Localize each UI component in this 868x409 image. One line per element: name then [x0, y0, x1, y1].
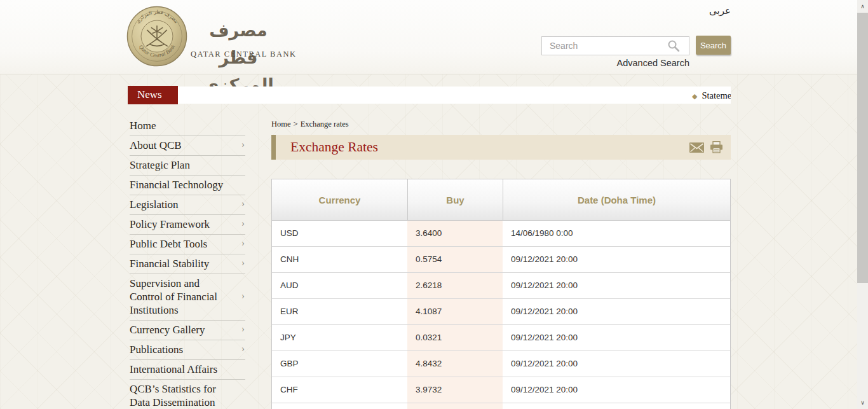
sidebar-nav: Home About QCB› Strategic Plan Financial…	[130, 116, 245, 409]
sidebar-item-supervision[interactable]: Supervision and Control of Financial Ins…	[130, 274, 245, 321]
date-cell: 09/12/2021 20:00	[503, 247, 730, 272]
buy-cell: 2.6218	[407, 273, 503, 298]
sidebar-item-label: QCB’s Statistics for Data Dissemination …	[130, 383, 216, 409]
sidebar-item-label: International Affairs	[130, 363, 217, 375]
sidebar-item-label: About QCB	[130, 139, 182, 151]
news-ticker-text: Statement	[702, 90, 731, 101]
news-ticker: ◆Statement	[178, 87, 731, 104]
qcb-seal-icon: Qatar Central Bank مصرف قطر المركزي	[126, 6, 187, 67]
news-bar-label: News	[128, 86, 178, 104]
sidebar-item-international-affairs[interactable]: International Affairs	[130, 360, 245, 380]
sidebar-item-label: Policy Framework	[130, 218, 210, 230]
sidebar-item-label: Legislation	[130, 198, 178, 211]
date-cell: 14/06/1980 0:00	[503, 221, 730, 246]
sidebar-item-label: Publications	[130, 343, 183, 356]
table-row: USD 3.6400 14/06/1980 0:00	[272, 221, 730, 247]
table-row: AUD 2.6218 09/12/2021 20:00	[272, 273, 730, 299]
site-header: Qatar Central Bank مصرف قطر المركزي مصرف…	[0, 0, 868, 74]
diamond-bullet-icon: ◆	[692, 92, 697, 100]
date-cell: 09/12/2021 20:00	[503, 377, 730, 403]
scroll-down-arrow-icon[interactable]: ∨	[857, 396, 868, 409]
sidebar-item-legislation[interactable]: Legislation›	[130, 195, 245, 215]
sidebar-item-public-debt-tools[interactable]: Public Debt Tools›	[130, 235, 245, 254]
buy-cell: 4.1087	[407, 299, 503, 324]
table-row: EUR 4.1087 09/12/2021 20:00	[272, 299, 730, 325]
table-row: GBP 4.8432 09/12/2021 20:00	[272, 351, 730, 377]
currency-cell: GBP	[272, 351, 407, 377]
buy-cell: 3.9732	[407, 377, 503, 403]
sidebar-item-currency-gallery[interactable]: Currency Gallery›	[130, 321, 245, 340]
sidebar-item-policy-framework[interactable]: Policy Framework›	[130, 215, 245, 235]
sidebar-item-financial-technology[interactable]: Financial Technology	[130, 176, 245, 195]
search-button[interactable]: Search	[696, 36, 731, 55]
currency-cell: USD	[272, 221, 407, 246]
table-row: CHF 3.9732 09/12/2021 20:00	[272, 377, 730, 403]
chevron-right-icon: ›	[241, 237, 245, 250]
chevron-right-icon: ›	[241, 342, 245, 356]
qcb-seal-logo[interactable]: Qatar Central Bank مصرف قطر المركزي	[126, 6, 187, 67]
sidebar-item-label: Currency Gallery	[130, 324, 205, 336]
sidebar-item-publications[interactable]: Publications›	[130, 340, 245, 360]
sidebar-item-about-qcb[interactable]: About QCB›	[130, 136, 245, 156]
scrollbar-thumb[interactable]	[857, 13, 868, 283]
breadcrumb-separator: >	[294, 120, 298, 128]
bank-name-text: QATAR CENTRAL BANK	[191, 50, 292, 59]
vertical-scrollbar[interactable]: ∧ ∨	[857, 0, 868, 409]
date-cell: 09/12/2021 20:00	[503, 351, 730, 377]
breadcrumb: Home>Exchange rates	[271, 120, 349, 129]
table-header-row: Currency Buy Date (Doha Time)	[272, 179, 730, 221]
buy-cell: 3.6400	[407, 221, 503, 246]
printer-icon[interactable]	[710, 141, 723, 153]
page-title: Exchange Rates	[290, 135, 378, 160]
email-icon[interactable]	[689, 142, 704, 153]
chevron-right-icon: ›	[241, 217, 245, 230]
chevron-right-icon: ›	[241, 256, 245, 270]
sidebar-item-qcb-statistics[interactable]: QCB’s Statistics for Data Dissemination …	[130, 380, 245, 409]
buy-cell: 4.8432	[407, 351, 503, 377]
sidebar-item-label: Public Debt Tools	[130, 238, 207, 250]
buy-cell: 0.5754	[407, 247, 503, 272]
sidebar-item-home[interactable]: Home	[130, 116, 245, 136]
date-cell: 09/12/2021 20:00	[503, 273, 730, 298]
column-header-date: Date (Doha Time)	[503, 179, 730, 220]
column-header-buy: Buy	[407, 179, 503, 220]
arabic-language-link[interactable]: عربى	[709, 5, 731, 17]
sidebar-item-strategic-plan[interactable]: Strategic Plan	[130, 156, 245, 176]
chevron-right-icon: ›	[241, 138, 245, 151]
table-row: JPY 0.0321 09/12/2021 20:00	[272, 325, 730, 351]
page-title-bar: Exchange Rates	[271, 135, 731, 160]
sidebar-item-label: Supervision and Control of Financial Ins…	[130, 277, 217, 316]
date-cell: 09/12/2021 20:00	[503, 299, 730, 324]
date-cell: 09/12/2021 20:00	[503, 325, 730, 350]
scroll-up-arrow-icon[interactable]: ∧	[857, 0, 868, 13]
sidebar-item-label: Financial Technology	[130, 179, 223, 191]
currency-cell: CNH	[272, 247, 407, 272]
advanced-search-link[interactable]: Advanced Search	[617, 58, 689, 68]
breadcrumb-home[interactable]: Home	[271, 120, 291, 128]
column-header-currency: Currency	[272, 179, 407, 220]
magnifier-icon[interactable]	[667, 39, 680, 52]
table-row: CNH 0.5754 09/12/2021 20:00	[272, 247, 730, 273]
news-ticker-item[interactable]: ◆Statement	[692, 87, 731, 104]
chevron-right-icon: ›	[241, 289, 245, 303]
buy-cell: 0.0321	[407, 325, 503, 350]
sidebar-item-label: Strategic Plan	[130, 159, 190, 171]
currency-cell: EUR	[272, 299, 407, 324]
exchange-rates-table: Currency Buy Date (Doha Time) USD 3.6400…	[271, 179, 731, 409]
chevron-right-icon: ›	[241, 197, 245, 211]
currency-cell: CHF	[272, 377, 407, 403]
chevron-right-icon: ›	[241, 322, 245, 336]
currency-cell: JPY	[272, 325, 407, 350]
table-row-partial	[272, 403, 730, 409]
breadcrumb-current: Exchange rates	[301, 120, 349, 128]
sidebar-item-label: Financial Stability	[130, 258, 209, 270]
sidebar-item-label: Home	[130, 120, 156, 132]
sidebar-item-financial-stability[interactable]: Financial Stability›	[130, 254, 245, 274]
currency-cell: AUD	[272, 273, 407, 298]
